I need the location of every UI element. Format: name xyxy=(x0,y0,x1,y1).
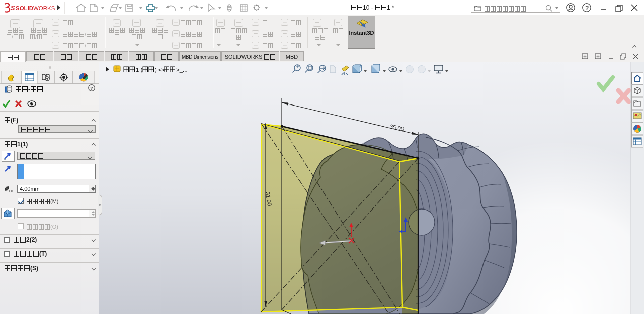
svg-text:D1: D1 xyxy=(9,189,14,193)
svg-text:SOLID: SOLID xyxy=(16,5,33,11)
svg-text:1 (: 1 ( xyxy=(136,67,143,73)
svg-text:?: ? xyxy=(90,85,93,91)
svg-text:WORKS: WORKS xyxy=(33,5,55,11)
svg-text:?: ? xyxy=(585,5,589,12)
svg-text:S: S xyxy=(11,5,15,12)
svg-text:>_...: >_... xyxy=(176,67,188,73)
